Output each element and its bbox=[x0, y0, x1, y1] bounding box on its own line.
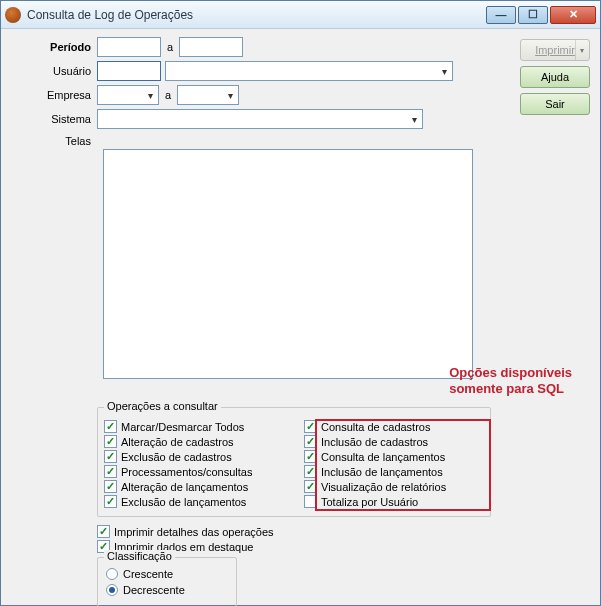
ops-col-right: Consulta de cadastros Inclusão de cadast… bbox=[304, 420, 484, 510]
sistema-select[interactable]: ▾ bbox=[97, 109, 423, 129]
chk-exclusao-lancamentos[interactable]: Exclusão de lançamentos bbox=[104, 495, 284, 508]
radio-icon bbox=[106, 568, 118, 580]
chevron-down-icon[interactable]: ▾ bbox=[575, 40, 587, 60]
sistema-label: Sistema bbox=[11, 113, 97, 125]
empresa-fim-select[interactable]: ▾ bbox=[177, 85, 239, 105]
checkbox-icon bbox=[104, 435, 117, 448]
sistema-row: Sistema ▾ bbox=[11, 109, 590, 129]
operacoes-legend: Operações a consultar bbox=[104, 400, 221, 412]
maximize-button[interactable]: ☐ bbox=[518, 6, 548, 24]
checkbox-icon bbox=[104, 420, 117, 433]
window-title: Consulta de Log de Operações bbox=[27, 8, 486, 22]
empresa-label: Empresa bbox=[11, 89, 97, 101]
annotation-line1: Opções disponíveis bbox=[449, 365, 572, 381]
checkbox-icon bbox=[304, 480, 317, 493]
sair-button[interactable]: Sair bbox=[520, 93, 590, 115]
chevron-down-icon: ▾ bbox=[142, 90, 158, 101]
checkbox-icon bbox=[104, 465, 117, 478]
close-button[interactable]: ✕ bbox=[550, 6, 596, 24]
chevron-down-icon: ▾ bbox=[436, 66, 452, 77]
minimize-button[interactable]: — bbox=[486, 6, 516, 24]
checkbox-icon bbox=[304, 465, 317, 478]
chk-processamentos[interactable]: Processamentos/consultas bbox=[104, 465, 284, 478]
periodo-fim-input[interactable] bbox=[179, 37, 243, 57]
operacoes-group: Operações a consultar Marcar/Desmarcar T… bbox=[97, 407, 491, 517]
chk-totaliza-usuario[interactable]: Totaliza por Usuário bbox=[304, 495, 484, 508]
usuario-code-input[interactable] bbox=[97, 61, 161, 81]
titlebar: Consulta de Log de Operações — ☐ ✕ bbox=[1, 1, 600, 29]
ajuda-button[interactable]: Ajuda bbox=[520, 66, 590, 88]
chk-alteracao-cadastros[interactable]: Alteração de cadastros bbox=[104, 435, 284, 448]
periodo-inicio-input[interactable] bbox=[97, 37, 161, 57]
window-buttons: — ☐ ✕ bbox=[486, 6, 596, 24]
chk-marcar-todos[interactable]: Marcar/Desmarcar Todos bbox=[104, 420, 284, 433]
radio-decrescente[interactable]: Decrescente bbox=[106, 584, 228, 596]
checkbox-icon bbox=[304, 495, 317, 508]
periodo-label: Período bbox=[11, 41, 97, 53]
chk-consulta-cadastros[interactable]: Consulta de cadastros bbox=[304, 420, 484, 433]
checkbox-icon bbox=[304, 420, 317, 433]
chk-visualizacao-relatorios[interactable]: Visualização de relatórios bbox=[304, 480, 484, 493]
chk-inclusao-cadastros[interactable]: Inclusão de cadastros bbox=[304, 435, 484, 448]
telas-row: Telas bbox=[11, 133, 590, 147]
telas-label: Telas bbox=[11, 133, 97, 147]
checkbox-icon bbox=[304, 435, 317, 448]
periodo-row: Período a bbox=[11, 37, 590, 57]
checkbox-icon bbox=[104, 450, 117, 463]
telas-listbox[interactable] bbox=[103, 149, 473, 379]
checkbox-icon bbox=[104, 480, 117, 493]
checkbox-icon bbox=[97, 525, 110, 538]
annotation-line2: somente para SQL bbox=[449, 381, 572, 397]
radio-icon bbox=[106, 584, 118, 596]
chk-imprimir-detalhes[interactable]: Imprimir detalhes das operações bbox=[97, 525, 274, 538]
app-icon bbox=[5, 7, 21, 23]
usuario-row: Usuário ▾ bbox=[11, 61, 590, 81]
chevron-down-icon: ▾ bbox=[222, 90, 238, 101]
classificacao-legend: Classificação bbox=[104, 550, 175, 562]
side-buttons: Imprimir ▾ Ajuda Sair bbox=[520, 39, 590, 115]
periodo-a: a bbox=[167, 41, 173, 53]
chevron-down-icon: ▾ bbox=[406, 114, 422, 125]
app-window: Consulta de Log de Operações — ☐ ✕ Perío… bbox=[0, 0, 601, 606]
chk-inclusao-lancamentos[interactable]: Inclusão de lançamentos bbox=[304, 465, 484, 478]
chk-consulta-lancamentos[interactable]: Consulta de lançamentos bbox=[304, 450, 484, 463]
radio-crescente[interactable]: Crescente bbox=[106, 568, 228, 580]
checkbox-icon bbox=[304, 450, 317, 463]
usuario-select[interactable]: ▾ bbox=[165, 61, 453, 81]
chk-exclusao-cadastros[interactable]: Exclusão de cadastros bbox=[104, 450, 284, 463]
checkbox-icon bbox=[104, 495, 117, 508]
client-area: Período a Usuário ▾ Empresa ▾ a ▾ Sistem… bbox=[1, 29, 600, 605]
sql-annotation: Opções disponíveis somente para SQL bbox=[449, 365, 572, 397]
empresa-row: Empresa ▾ a ▾ bbox=[11, 85, 590, 105]
imprimir-button[interactable]: Imprimir ▾ bbox=[520, 39, 590, 61]
empresa-a: a bbox=[165, 89, 171, 101]
usuario-label: Usuário bbox=[11, 65, 97, 77]
ops-col-left: Marcar/Desmarcar Todos Alteração de cada… bbox=[104, 420, 284, 510]
empresa-inicio-select[interactable]: ▾ bbox=[97, 85, 159, 105]
classificacao-group: Classificação Crescente Decrescente bbox=[97, 557, 237, 606]
chk-alteracao-lancamentos[interactable]: Alteração de lançamentos bbox=[104, 480, 284, 493]
